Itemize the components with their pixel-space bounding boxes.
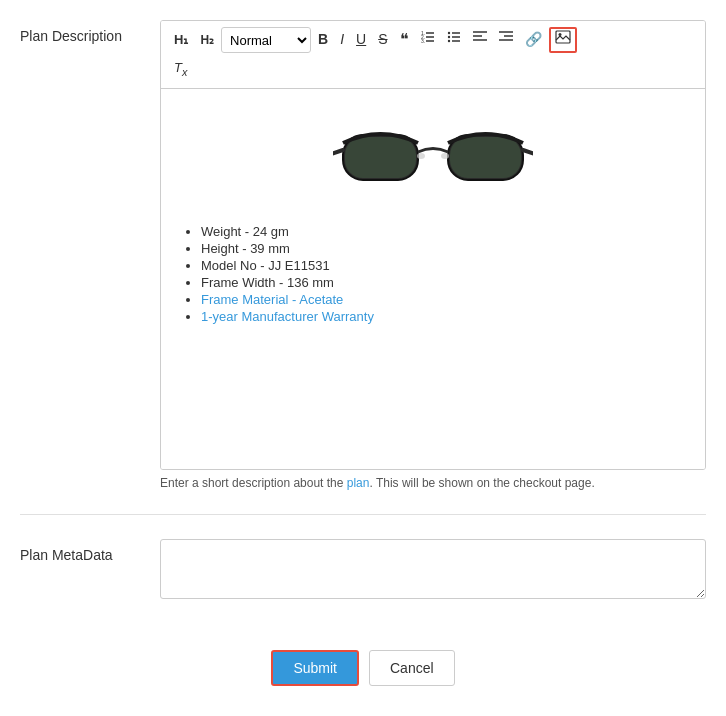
svg-text:3.: 3.	[421, 38, 425, 44]
list-item-text: Weight - 24 gm	[201, 224, 289, 239]
cancel-button[interactable]: Cancel	[369, 650, 455, 686]
list-item-text: Frame Width - 136 mm	[201, 275, 334, 290]
plan-metadata-content	[160, 539, 706, 602]
editor-image	[177, 105, 689, 208]
plan-description-content: H₁ H₂ Normal Heading 1 Heading 2 Heading…	[160, 20, 706, 490]
svg-point-9	[447, 32, 449, 34]
form-actions: Submit Cancel	[20, 650, 706, 686]
list-item: 1-year Manufacturer Warranty	[201, 309, 689, 324]
toolbar-row1: H₁ H₂ Normal Heading 1 Heading 2 Heading…	[169, 27, 697, 53]
h2-button[interactable]: H₂	[195, 30, 219, 51]
rich-text-editor: H₁ H₂ Normal Heading 1 Heading 2 Heading…	[160, 20, 706, 470]
plan-metadata-input[interactable]	[160, 539, 706, 599]
toolbar-row2: Tx	[169, 57, 697, 82]
hint-text: Enter a short description about the plan…	[160, 476, 706, 490]
svg-point-11	[447, 40, 449, 42]
format-select[interactable]: Normal Heading 1 Heading 2 Heading 3	[221, 27, 311, 53]
clear-format-button[interactable]: Tx	[169, 57, 192, 82]
list-item-text: Height - 39 mm	[201, 241, 290, 256]
underline-button[interactable]: U	[351, 28, 371, 52]
list-item-text: Model No - JJ E11531	[201, 258, 330, 273]
svg-line-26	[333, 150, 343, 155]
list-item: Height - 39 mm	[201, 241, 689, 256]
align-right-button[interactable]	[494, 28, 518, 52]
bold-button[interactable]: B	[313, 28, 333, 52]
submit-button[interactable]: Submit	[271, 650, 359, 686]
list-item: Model No - JJ E11531	[201, 258, 689, 273]
svg-point-10	[447, 36, 449, 38]
list-item-link[interactable]: Frame Material - Acetate	[201, 292, 343, 307]
svg-rect-22	[345, 137, 416, 178]
svg-line-27	[523, 150, 533, 155]
hint-before: Enter a short description about the	[160, 476, 347, 490]
plan-description-label: Plan Description	[20, 20, 160, 44]
list-item: Frame Material - Acetate	[201, 292, 689, 307]
svg-point-24	[417, 153, 425, 159]
sunglasses-svg	[333, 105, 533, 205]
svg-point-25	[441, 153, 449, 159]
image-button[interactable]	[549, 27, 577, 53]
link-button[interactable]: 🔗	[520, 28, 547, 52]
editor-toolbar: H₁ H₂ Normal Heading 1 Heading 2 Heading…	[161, 21, 705, 89]
ordered-list-button[interactable]: 1. 2. 3.	[416, 28, 440, 52]
editor-body[interactable]: Weight - 24 gm Height - 39 mm Model No -…	[161, 89, 705, 469]
align-left-button[interactable]	[468, 28, 492, 52]
svg-rect-23	[450, 137, 521, 178]
plan-metadata-row: Plan MetaData	[20, 539, 706, 626]
list-item: Weight - 24 gm	[201, 224, 689, 239]
list-item: Frame Width - 136 mm	[201, 275, 689, 290]
strikethrough-button[interactable]: S	[373, 28, 392, 52]
hint-after: . This will be shown on the checkout pag…	[369, 476, 594, 490]
svg-rect-18	[556, 31, 570, 43]
blockquote-button[interactable]: ❝	[395, 27, 414, 53]
unordered-list-button[interactable]	[442, 28, 466, 52]
h1-button[interactable]: H₁	[169, 29, 193, 51]
hint-link: plan	[347, 476, 370, 490]
list-item-link[interactable]: 1-year Manufacturer Warranty	[201, 309, 374, 324]
editor-bullet-list: Weight - 24 gm Height - 39 mm Model No -…	[177, 224, 689, 324]
italic-button[interactable]: I	[335, 28, 349, 52]
plan-metadata-label: Plan MetaData	[20, 539, 160, 563]
plan-description-row: Plan Description H₁ H₂ Normal Heading 1 …	[20, 20, 706, 515]
